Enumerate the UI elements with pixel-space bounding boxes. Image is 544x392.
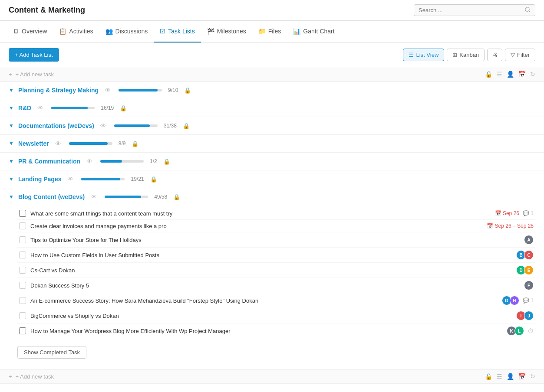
task-meta: K L ⏱ <box>507 326 534 336</box>
kanban-view-button[interactable]: ⊞ Kanban <box>447 49 485 61</box>
avatar-group: K L <box>507 326 524 336</box>
tab-milestones[interactable]: 🏁 Milestones <box>201 21 252 42</box>
progress-fill-docs <box>114 124 150 127</box>
task-meta: F <box>524 281 534 290</box>
task-checkbox-empty[interactable] <box>19 312 26 319</box>
section-landing-header[interactable]: ▼ Landing Pages 👁 19/21 🔒 <box>0 170 544 188</box>
task-checkbox[interactable] <box>19 327 26 334</box>
section-pr-header[interactable]: ▼ PR & Communication 👁 1/2 🔒 <box>0 153 544 170</box>
avatar-group: D E <box>516 265 534 275</box>
task-item: An E-commerce Success Story: How Sara Me… <box>17 293 535 308</box>
task-checkbox[interactable] <box>19 210 26 217</box>
task-item: How to Use Custom Fields in User Submitt… <box>17 248 535 263</box>
task-comment: 💬 1 <box>523 210 534 216</box>
task-meta: B C <box>516 250 534 260</box>
milestones-icon: 🏁 <box>207 28 214 35</box>
tab-gantt-chart[interactable]: 📊 Gantt Chart <box>287 21 340 42</box>
show-completed-button[interactable]: Show Completed Task <box>17 346 86 359</box>
search-box[interactable] <box>414 4 535 16</box>
eye-icon: 👁 <box>37 105 43 111</box>
section-planning-title: Planning & Strategy Making <box>18 87 99 94</box>
svg-line-1 <box>529 11 530 12</box>
print-button[interactable]: 🖨 <box>487 49 502 61</box>
task-title: How to Use Custom Fields in User Submitt… <box>30 252 512 258</box>
tab-discussions-label: Discussions <box>115 28 148 35</box>
search-input[interactable] <box>419 7 523 13</box>
task-comment: 💬 1 <box>523 297 534 304</box>
tab-files[interactable]: 📁 Files <box>252 21 287 42</box>
task-item: BigCommerce vs Shopify vs Dokan I J <box>17 308 535 323</box>
tab-overview-label: Overview <box>22 28 47 35</box>
section-planning-header[interactable]: ▼ Planning & Strategy Making 👁 9/10 🔒 <box>0 82 544 99</box>
section-newsletter-header[interactable]: ▼ Newsletter 👁 8/9 🔒 <box>0 135 544 152</box>
progress-bar-docs <box>114 124 158 127</box>
eye-icon: 👁 <box>55 140 61 147</box>
add-task-list-button[interactable]: + Add Task List <box>9 48 59 62</box>
section-lock-icon: 🔒 <box>150 176 157 183</box>
section-rnd-count: 16/19 <box>101 105 114 111</box>
tab-milestones-label: Milestones <box>217 28 246 35</box>
section-docs-header[interactable]: ▼ Documentations (weDevs) 👁 31/38 🔒 <box>0 117 544 134</box>
progress-bar-blog <box>105 196 148 198</box>
task-checkbox-empty[interactable] <box>19 282 26 289</box>
calendar-icon: 📅 <box>518 71 526 78</box>
task-meta: G H 💬 1 <box>502 296 534 305</box>
section-lock-icon: 🔒 <box>120 105 127 111</box>
eye-icon: 👁 <box>86 158 92 165</box>
progress-fill-blog <box>105 196 141 198</box>
task-checkbox-empty[interactable] <box>19 252 26 258</box>
tab-task-lists[interactable]: ☑ Task Lists <box>154 21 201 42</box>
section-pr: ▼ PR & Communication 👁 1/2 🔒 <box>0 153 544 170</box>
user-icon-bottom: 👤 <box>507 373 514 380</box>
avatar: F <box>524 281 534 290</box>
task-checkbox-empty[interactable] <box>19 297 26 304</box>
chevron-down-icon: ▼ <box>9 123 14 129</box>
section-lock-icon: 🔒 <box>184 87 191 94</box>
toolbar: + Add Task List ☰ List View ⊞ Kanban 🖨 ▽… <box>0 43 544 67</box>
progress-fill-planning <box>119 89 158 91</box>
progress-bar-rnd <box>51 107 95 109</box>
tab-gantt-label: Gantt Chart <box>303 28 334 35</box>
kanban-label: Kanban <box>459 52 479 58</box>
avatar: L <box>514 326 524 336</box>
sections-container: ▼ Planning & Strategy Making 👁 9/10 🔒 ▼ … <box>0 82 544 384</box>
task-meta: 📅 Sep 26 💬 1 <box>495 210 534 216</box>
activities-icon: 📋 <box>59 28 66 35</box>
list-icon: ☰ <box>497 71 502 78</box>
tab-overview[interactable]: 🖥 Overview <box>7 21 53 42</box>
add-task-placeholder-bottom[interactable]: + Add new task <box>16 373 54 380</box>
lock-icon-bottom: 🔒 <box>485 373 492 380</box>
blog-task-list: What are some smart things that a conten… <box>0 206 544 340</box>
section-landing: ▼ Landing Pages 👁 19/21 🔒 <box>0 170 544 188</box>
task-title: Dokan Success Story 5 <box>30 282 520 289</box>
task-item: Tips to Optimize Your Store for The Holi… <box>17 232 535 248</box>
section-pr-count: 1/2 <box>150 158 157 164</box>
kanban-icon: ⊞ <box>452 52 457 58</box>
section-rnd: ▼ R&D 👁 16/19 🔒 <box>0 99 544 117</box>
task-checkbox-empty[interactable] <box>19 267 26 274</box>
calendar-icon-bottom: 📅 <box>518 373 526 380</box>
tab-files-label: Files <box>268 28 281 35</box>
search-icon <box>524 7 531 14</box>
section-rnd-header[interactable]: ▼ R&D 👁 16/19 🔒 <box>0 99 544 117</box>
filter-button[interactable]: ▽ Filter <box>505 49 535 61</box>
tab-discussions[interactable]: 👥 Discussions <box>99 21 154 42</box>
chevron-down-icon: ▼ <box>9 140 14 147</box>
tab-activities-label: Activities <box>69 28 93 35</box>
section-planning: ▼ Planning & Strategy Making 👁 9/10 🔒 <box>0 82 544 99</box>
progress-bar-pr <box>100 160 144 163</box>
list-view-button[interactable]: ☰ List View <box>403 49 444 61</box>
clock-icon: ⏱ <box>528 327 534 334</box>
task-checkbox-empty[interactable] <box>19 236 26 243</box>
add-task-plus-icon: + <box>9 71 12 78</box>
add-task-placeholder[interactable]: + Add new task <box>16 71 54 78</box>
refresh-icon-bottom: ↻ <box>530 373 535 380</box>
header: Content & Marketing <box>0 0 544 21</box>
task-title: An E-commerce Success Story: How Sara Me… <box>30 297 498 304</box>
chevron-down-icon: ▼ <box>9 87 14 93</box>
section-blog-header[interactable]: ▼ Blog Content (weDevs) 👁 49/58 🔒 <box>0 188 544 206</box>
section-landing-count: 19/21 <box>131 176 144 182</box>
section-newsletter: ▼ Newsletter 👁 8/9 🔒 <box>0 135 544 153</box>
tab-activities[interactable]: 📋 Activities <box>53 21 99 42</box>
task-checkbox-empty[interactable] <box>19 222 26 229</box>
